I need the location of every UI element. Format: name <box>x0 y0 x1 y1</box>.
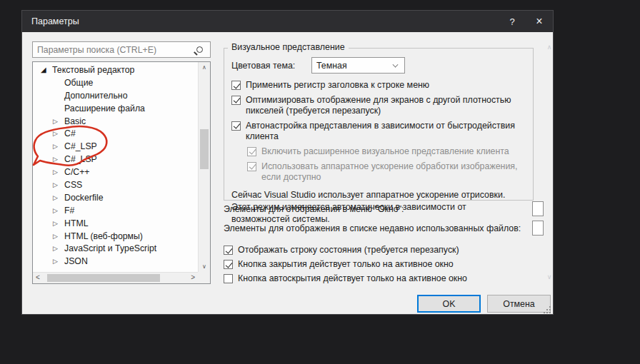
checkbox <box>247 147 256 156</box>
checkbox[interactable] <box>231 96 241 105</box>
checkbox[interactable] <box>224 260 233 269</box>
scrollbar-corner <box>198 272 210 283</box>
checkbox-label: Применить регистр заголовка к строке мен… <box>241 80 429 91</box>
group-title: Визуальное представление <box>228 42 349 52</box>
tree-item-label: JSON <box>61 256 88 266</box>
expander-icon[interactable]: ▷ <box>53 118 61 125</box>
horizontal-scroll-thumb[interactable] <box>47 274 160 282</box>
expander-icon[interactable]: ▷ <box>53 130 61 137</box>
expander-icon[interactable]: ◢ <box>41 66 49 74</box>
color-theme-value: Темная <box>312 61 393 71</box>
checkbox-row: Автонастройка представления в зависимост… <box>231 121 526 143</box>
checkbox-label: Использовать аппаратное ускорение обрабо… <box>256 161 522 183</box>
field-input[interactable] <box>532 221 544 236</box>
field-label: Элементы для отображения в меню "Окно": <box>224 201 542 214</box>
checkbox-row: Кнопка автоскрытия действует только на а… <box>224 273 542 285</box>
scroll-left-icon[interactable]: < <box>36 273 40 281</box>
field-rows: Элементы для отображения в меню "Окно":Э… <box>224 201 542 239</box>
resize-grip[interactable] <box>546 309 548 310</box>
checkbox-label: Кнопка закрытия действует только на акти… <box>233 259 454 271</box>
expander-icon[interactable]: ▷ <box>53 181 61 188</box>
tree-item[interactable]: Общие <box>33 76 198 89</box>
search-icon[interactable] <box>196 46 203 53</box>
checkbox[interactable] <box>231 121 241 131</box>
options-tree: ◢Текстовый редакторОбщиеДополнительноРас… <box>32 61 211 284</box>
expander-icon[interactable]: ▷ <box>53 258 61 265</box>
tree-item[interactable]: Расширение файла <box>33 102 198 115</box>
expander-icon[interactable]: ▷ <box>53 220 61 227</box>
tree-item[interactable]: ▷HTML (веб-формы) <box>33 230 198 243</box>
checkbox-row: Использовать аппаратное ускорение обрабо… <box>247 161 526 183</box>
field-row: Элементы для отображения в меню "Окно": <box>224 201 542 220</box>
tree-item[interactable]: ▷C#_LSP <box>33 153 198 166</box>
tree-item-label: Расширение файла <box>61 103 145 113</box>
titlebar-buttons: ? × <box>499 11 553 32</box>
tree-item[interactable]: ▷Dockerfile <box>33 191 198 204</box>
tree-horizontal-scrollbar[interactable]: < > <box>33 272 198 283</box>
checkbox-label: Автонастройка представления в зависимост… <box>241 121 523 143</box>
tree-item[interactable]: ▷JavaScript и TypeScript <box>33 242 198 255</box>
tree-item-label: CSS <box>61 180 82 190</box>
tree-item-label: Basic <box>61 116 86 126</box>
tree-vertical-scrollbar[interactable]: ∧ ∨ <box>198 62 210 272</box>
tree-item-label: JavaScript и TypeScript <box>61 243 156 253</box>
checkbox-row: Отображать строку состояния (требуется п… <box>224 245 542 256</box>
expander-icon[interactable]: ▷ <box>53 156 61 163</box>
panel-scroll-down-icon[interactable]: ∨ <box>544 273 554 280</box>
dialog-title: Параметры <box>22 16 79 26</box>
tree-item[interactable]: ▷F# <box>33 204 198 217</box>
search-placeholder: Параметры поиска (CTRL+E) <box>33 45 196 55</box>
tree-item[interactable]: Дополнительно <box>33 89 198 102</box>
tree-item[interactable]: ◢Текстовый редактор <box>33 64 198 76</box>
tree-item-label: Текстовый редактор <box>49 65 134 75</box>
color-theme-select[interactable]: Темная <box>311 57 405 74</box>
tree-item-label: C#_LSP <box>61 141 97 151</box>
options-dialog: Параметры ? × Параметры поиска (CTRL+E) … <box>21 10 554 315</box>
tree-item-label: HTML (веб-формы) <box>61 231 143 241</box>
tree-item[interactable]: ▷HTML <box>33 217 198 230</box>
tree-item[interactable]: ▷Basic <box>33 115 198 128</box>
checkbox[interactable] <box>231 81 241 90</box>
close-button[interactable]: × <box>526 16 553 27</box>
tree-item-label: Дополнительно <box>61 91 128 101</box>
desktop-background: Параметры ? × Параметры поиска (CTRL+E) … <box>0 0 640 364</box>
panel-scroll-up-icon[interactable]: ∧ <box>544 44 554 51</box>
field-input[interactable] <box>532 201 544 216</box>
bottom-checkbox-list: Отображать строку состояния (требуется п… <box>224 245 542 285</box>
expander-icon[interactable]: ▷ <box>53 207 61 214</box>
ok-button[interactable]: OK <box>417 295 481 313</box>
checkbox-row: Включить расширенное визуальное представ… <box>247 146 526 158</box>
vertical-scroll-thumb[interactable] <box>200 129 209 169</box>
scroll-up-icon[interactable]: ∧ <box>199 64 210 71</box>
window-settings-area: Элементы для отображения в меню "Окно":Э… <box>224 201 542 288</box>
checkbox-label: Включить расширенное визуальное представ… <box>256 146 509 158</box>
checkbox-label: Кнопка автоскрытия действует только на а… <box>233 273 467 285</box>
expander-icon[interactable]: ▷ <box>53 233 61 240</box>
search-input[interactable]: Параметры поиска (CTRL+E) <box>32 41 211 58</box>
expander-icon[interactable]: ▷ <box>53 245 61 252</box>
tree-item[interactable]: ▷CSS <box>33 178 198 191</box>
expander-icon[interactable]: ▷ <box>53 143 61 150</box>
scroll-down-icon[interactable]: ∨ <box>199 263 210 270</box>
tree-item-label: Общие <box>61 78 93 88</box>
tree-item[interactable]: ▷JSON <box>33 255 198 268</box>
checkbox[interactable] <box>224 274 233 283</box>
scroll-right-icon[interactable]: > <box>191 273 195 281</box>
visual-experience-group: Визуальное представление Цветовая тема: … <box>224 48 534 201</box>
tree-item-label: Dockerfile <box>61 193 104 203</box>
expander-icon[interactable]: ▷ <box>53 168 61 176</box>
dialog-titlebar[interactable]: Параметры ? × <box>22 11 553 32</box>
checkbox-label: Оптимизировать отображение для экранов с… <box>241 95 523 117</box>
tree-item[interactable]: ▷C#_LSP <box>33 140 198 153</box>
color-theme-label: Цветовая тема: <box>231 61 311 71</box>
tree-item-label: C#_LSP <box>61 154 97 164</box>
expander-icon[interactable]: ▷ <box>53 194 61 201</box>
tree-item[interactable]: ▷C# <box>33 127 198 140</box>
tree-item[interactable]: ▷C/C++ <box>33 166 198 178</box>
cancel-button[interactable]: Отмена <box>487 295 551 313</box>
checkbox <box>247 162 256 171</box>
checkbox[interactable] <box>224 246 233 255</box>
checkbox-row: Оптимизировать отображение для экранов с… <box>231 95 526 117</box>
field-row: Элементы для отображения в списке недавн… <box>224 220 542 239</box>
help-button[interactable]: ? <box>499 16 526 27</box>
